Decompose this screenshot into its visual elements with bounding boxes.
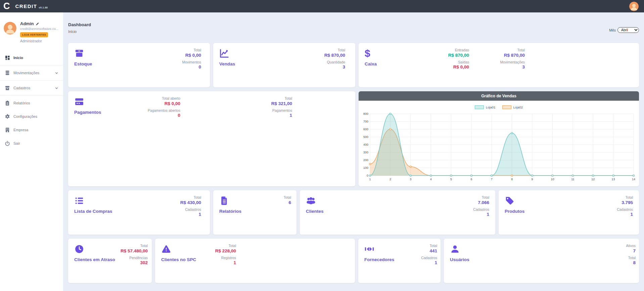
tag-icon	[505, 196, 515, 206]
sidebar-item-inicio[interactable]: Início	[0, 51, 63, 64]
card-clientes-spc[interactable]: Clientes no SPC Total R$ 228,00 Registro…	[155, 239, 355, 283]
card-clientes-atraso[interactable]: Clientes em Atraso Total R$ 57.480,00 Pe…	[68, 239, 152, 283]
card-stats: Total 6	[284, 195, 291, 207]
card-title[interactable]: Estoque	[74, 61, 92, 66]
stat-label: Total	[215, 243, 236, 248]
stat-label: Pendências	[121, 255, 148, 260]
card-stats: Total R$ 0,00 Movimentos 0	[182, 48, 201, 71]
svg-text:14: 14	[632, 178, 635, 181]
card-stats: Ativos 7 Total 8	[626, 243, 636, 267]
box-icon	[74, 48, 84, 58]
user-icon	[450, 244, 460, 254]
svg-text:1: 1	[369, 178, 371, 181]
topbar: C CREDIT v0.1.88	[0, 0, 644, 12]
svg-text:700: 700	[363, 120, 368, 123]
warning-icon	[161, 244, 171, 254]
card-title[interactable]: Usuários	[450, 257, 469, 262]
user-avatar[interactable]	[4, 22, 16, 35]
svg-text:6: 6	[470, 178, 472, 181]
app-logo[interactable]: C	[3, 0, 10, 12]
svg-text:8: 8	[511, 178, 513, 181]
legend-item-loja01[interactable]: Loja01	[475, 105, 496, 109]
stat-value: 8	[626, 260, 636, 266]
svg-text:13: 13	[612, 178, 615, 181]
stat-value: R$ 57.480,00	[121, 248, 148, 254]
sidebar-item-empresa[interactable]: Empresa	[0, 123, 63, 137]
dollar-icon: $	[365, 48, 375, 58]
sidebar-menu: Início Movimentações Cadastros Relatório…	[0, 51, 63, 150]
stat-value: R$ 321,00	[271, 101, 292, 107]
card-title[interactable]: Lista de Compras	[74, 209, 112, 214]
card-relatorios[interactable]: Relatórios Total 6	[213, 190, 296, 235]
building-icon	[5, 127, 10, 133]
user-email: credit@anronsoftware.co...	[20, 27, 59, 31]
svg-text:2: 2	[389, 178, 391, 181]
svg-text:9: 9	[532, 178, 533, 181]
card-estoque[interactable]: Estoque Total R$ 0,00 Movimentos 0	[68, 43, 210, 87]
card-usuarios[interactable]: Usuários Ativos 7 Total 8	[444, 239, 639, 283]
stat-label: Movimentos	[182, 60, 201, 65]
card-stats: Total R$ 228,00 Registros 1	[215, 243, 236, 267]
sidebar-item-movimentacoes[interactable]: Movimentações	[0, 66, 63, 80]
stat-value: 3.795	[617, 200, 633, 206]
card-caixa[interactable]: $ Caixa Entradas R$ 870,00 Saídas R$ 0,0…	[359, 43, 639, 87]
svg-text:5: 5	[450, 178, 452, 181]
clock-icon	[74, 244, 84, 254]
card-lista-compras[interactable]: Lista de Compras Total R$ 430,00 Cadastr…	[68, 190, 210, 235]
card-title[interactable]: Clientes em Atraso	[74, 257, 115, 262]
chevron-down-icon	[55, 86, 58, 90]
sidebar-item-configuracoes[interactable]: Configurações	[0, 110, 63, 123]
card-grafico-vendas: Gráfico de Vendas Loja01 Loja02	[359, 91, 639, 186]
svg-text:0: 0	[367, 174, 368, 177]
svg-text:200: 200	[363, 158, 368, 162]
stat-value: 3	[500, 64, 525, 70]
legend-item-loja02[interactable]: Loja02	[502, 105, 523, 109]
stat-value: 0	[148, 113, 180, 118]
sidebar-item-label: Início	[13, 56, 23, 60]
sidebar: Admin credit@anronsoftware.co... LOJA VE…	[0, 12, 63, 291]
main-content: Dashboard Início Mês Abril Estoque	[63, 12, 644, 291]
card-title[interactable]: Clientes	[306, 209, 324, 214]
card-title[interactable]: Vendas	[219, 61, 235, 66]
card-produtos[interactable]: Produtos Total 3.795 Cadastros 1	[499, 190, 639, 235]
card-stats: Total R$ 430,00 Cadastros 1	[180, 195, 201, 219]
menu-divider	[0, 95, 63, 96]
card-title[interactable]: Relatórios	[219, 209, 241, 214]
card-title[interactable]: Produtos	[505, 209, 524, 214]
month-select[interactable]: Abril	[617, 27, 639, 33]
svg-text:300: 300	[363, 151, 368, 154]
card-title[interactable]: Pagamentos	[74, 110, 101, 115]
stat-label: Total	[421, 243, 437, 248]
brand-name[interactable]: CREDIT	[15, 3, 37, 9]
card-title[interactable]: Caixa	[365, 61, 377, 66]
card-pagamentos[interactable]: Pagamentos Total aberto R$ 0,00 Pagament…	[68, 91, 355, 186]
edit-pencil-icon[interactable]	[36, 22, 40, 26]
stat-value: 302	[121, 260, 148, 266]
stat-value: R$ 870,00	[448, 53, 469, 58]
legend-swatch-loja02	[502, 105, 511, 109]
card-vendas[interactable]: Vendas Total R$ 870,00 Quantidade 3	[213, 43, 355, 87]
chart-line-icon	[219, 48, 229, 58]
stat-label: Entradas	[448, 48, 469, 53]
database-icon	[5, 70, 10, 76]
sidebar-item-label: Cadastros	[13, 86, 30, 90]
chevron-down-icon	[55, 71, 58, 75]
legend-swatch-loja01	[475, 105, 484, 109]
breadcrumb: Início	[68, 30, 91, 34]
sidebar-item-relatorios[interactable]: Relatórios	[0, 96, 63, 110]
profile-avatar[interactable]	[629, 2, 639, 11]
stat-value: 7.066	[473, 200, 489, 206]
menu-divider	[0, 80, 63, 81]
sidebar-item-cadastros[interactable]: Cadastros	[0, 81, 63, 95]
svg-text:12: 12	[591, 178, 595, 181]
card-clientes[interactable]: Clientes Total 7.066 Cadastros 1	[300, 190, 495, 235]
card-fornecedores[interactable]: Fornecedores Total 441 Cadastros 1	[358, 239, 441, 283]
vendas-chart: 0100200300400500600700800123456789101112…	[361, 112, 636, 183]
card-title[interactable]: Clientes no SPC	[161, 257, 196, 262]
stat-label: Total	[473, 195, 489, 200]
sidebar-item-sair[interactable]: Sair	[0, 137, 63, 150]
card-title[interactable]: Fornecedores	[364, 257, 394, 262]
clipboard-icon	[5, 100, 10, 106]
stat-label: Total	[284, 195, 291, 200]
card-stats: Total R$ 870,00 Quantidade 3	[324, 48, 345, 71]
